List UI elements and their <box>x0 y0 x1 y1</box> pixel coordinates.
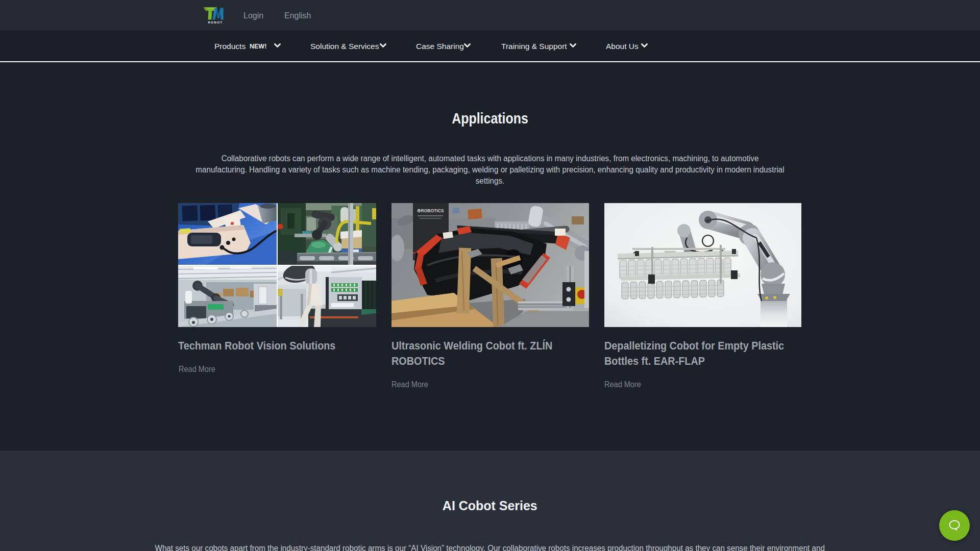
svg-text:⚙ROBOTICS: ⚙ROBOTICS <box>417 208 444 213</box>
svg-text:ROBOT: ROBOT <box>208 20 223 24</box>
